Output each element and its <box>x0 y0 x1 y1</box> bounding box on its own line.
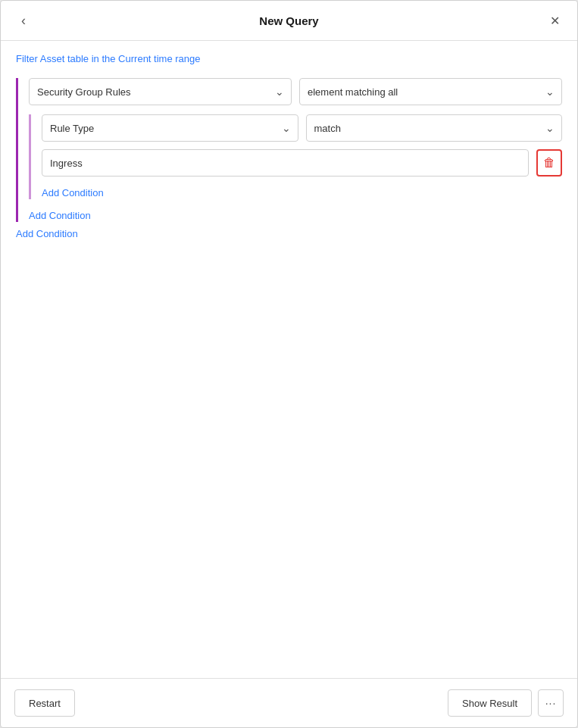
field-select-wrapper: Rule Type Protocol Port CIDR <box>42 114 298 142</box>
value-row: 🗑 <box>42 149 562 177</box>
match-select-wrapper: element matching all element matching an… <box>299 78 562 105</box>
back-button[interactable]: ‹ <box>14 11 33 30</box>
modal-container: ‹ New Query ✕ Filter Asset table in the … <box>0 0 578 728</box>
delete-condition-button[interactable]: 🗑 <box>536 149 562 177</box>
operator-dropdown[interactable]: match does not match contains starts wit… <box>306 114 563 142</box>
match-dropdown[interactable]: element matching all element matching an… <box>299 78 562 105</box>
field-operator-row: Rule Type Protocol Port CIDR match does … <box>42 114 562 142</box>
condition-group: Security Group Rules Asset Network eleme… <box>16 78 562 222</box>
trash-icon: 🗑 <box>543 156 555 170</box>
add-condition-outer-button[interactable]: Add Condition <box>29 210 91 221</box>
entity-select-wrapper: Security Group Rules Asset Network <box>29 78 292 105</box>
add-condition-root-button[interactable]: Add Condition <box>16 228 562 239</box>
modal-footer: Restart Show Result ··· <box>1 678 577 727</box>
more-options-button[interactable]: ··· <box>538 689 564 717</box>
inner-condition-group: Rule Type Protocol Port CIDR match does … <box>29 114 562 199</box>
add-condition-inner-button[interactable]: Add Condition <box>42 187 104 198</box>
filter-description: Filter Asset table in the Current time r… <box>16 53 562 64</box>
value-input[interactable] <box>42 149 529 177</box>
entity-dropdown[interactable]: Security Group Rules Asset Network <box>29 78 292 105</box>
modal-header: ‹ New Query ✕ <box>1 1 577 41</box>
operator-select-wrapper: match does not match contains starts wit… <box>306 114 563 142</box>
footer-right: Show Result ··· <box>448 689 564 717</box>
field-dropdown[interactable]: Rule Type Protocol Port CIDR <box>42 114 298 142</box>
group-row: Security Group Rules Asset Network eleme… <box>29 78 562 105</box>
show-result-button[interactable]: Show Result <box>448 689 532 717</box>
modal-body: Filter Asset table in the Current time r… <box>1 41 577 678</box>
modal-title: New Query <box>259 14 318 27</box>
close-button[interactable]: ✕ <box>545 11 564 30</box>
restart-button[interactable]: Restart <box>14 689 75 717</box>
